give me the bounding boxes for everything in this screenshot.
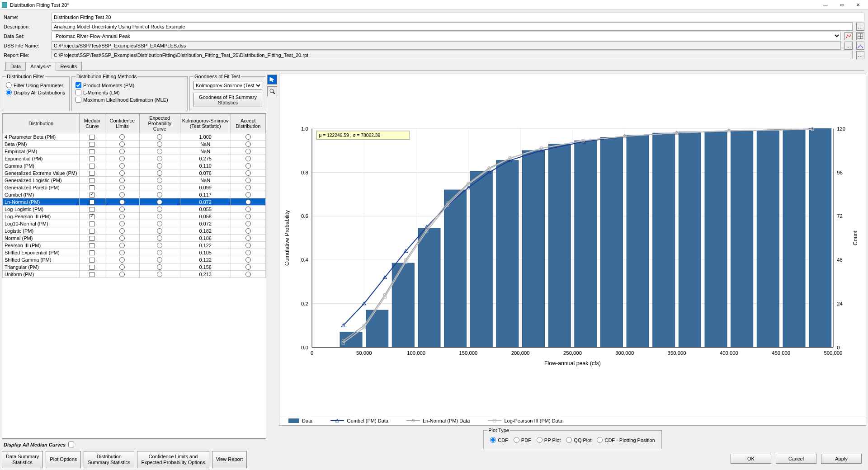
description-label: Description: (4, 24, 49, 29)
table-row[interactable]: Normal (PM)0.186 (3, 235, 266, 242)
pointer-tool-icon[interactable] (267, 75, 277, 85)
dist-table-header[interactable]: Confidence Limits (105, 114, 139, 133)
display-all-distributions-radio[interactable]: Display All Distributions (6, 89, 66, 95)
table-row[interactable]: Pearson III (PM)0.122 (3, 242, 266, 249)
table-row[interactable]: Log10-Normal (PM)0.072 (3, 220, 266, 227)
plot-options-button[interactable]: Plot Options (46, 451, 81, 468)
table-row[interactable]: Beta (PM)NaN (3, 141, 266, 148)
app-icon (2, 2, 8, 8)
ok-button[interactable]: OK (731, 454, 771, 464)
tab-results[interactable]: Results (56, 62, 82, 70)
table-row[interactable]: Generalized Extreme Value (PM)0.076 (3, 169, 266, 177)
product-moments-checkbox[interactable]: Product Moments (PM) (75, 82, 184, 88)
dssfile-curve-icon[interactable] (856, 42, 864, 50)
name-label: Name: (4, 14, 49, 20)
fitting-methods-legend: Distribution Fitting Methods (75, 74, 137, 79)
table-row[interactable]: Log-Pearson III (PM)0.058 (3, 213, 266, 220)
svg-rect-51 (470, 171, 492, 347)
data-summary-button[interactable]: Data SummaryStatistics (2, 451, 43, 468)
gof-summary-button[interactable]: Goodness of Fit Summary Statistics (193, 93, 262, 107)
dist-table-header[interactable]: Distribution (3, 114, 80, 133)
view-report-button[interactable]: View Report (212, 451, 247, 468)
svg-rect-56 (600, 137, 623, 347)
table-row[interactable]: Generalized Pareto (PM)0.099 (3, 184, 266, 191)
tab-data[interactable]: Data (5, 62, 26, 70)
svg-text:250,000: 250,000 (563, 350, 582, 356)
svg-text:500,000: 500,000 (824, 350, 842, 356)
confidence-limits-button[interactable]: Confidence Limits andExpected Probabilit… (137, 451, 209, 468)
table-row[interactable]: Gumbel (PM)0.117 (3, 191, 266, 198)
svg-rect-53 (523, 150, 545, 347)
dataset-select[interactable]: Potomac River-Flow-Annual Peak (52, 32, 841, 40)
dist-table-header[interactable]: Accept Distribution (231, 114, 265, 133)
table-row[interactable]: Triangular (PM)0.156 (3, 263, 266, 271)
svg-rect-54 (548, 144, 571, 348)
legend-data: Data (288, 418, 312, 423)
dssfile-browse-icon[interactable]: … (844, 42, 853, 50)
svg-text:0.0: 0.0 (301, 345, 308, 350)
dialog-footer: OK Cancel Apply (279, 451, 866, 468)
plot-type-pp[interactable]: PP Plot (537, 437, 561, 443)
goodness-of-fit-select[interactable]: Kolmogorov-Smirnov (Test Statistic) (193, 81, 262, 90)
description-expand-icon[interactable]: … (856, 23, 864, 31)
cancel-button[interactable]: Cancel (776, 454, 816, 464)
table-row[interactable]: 4 Parameter Beta (PM)1.000 (3, 133, 266, 141)
reportfile-label: Report File: (4, 52, 49, 58)
svg-rect-59 (679, 132, 701, 348)
dist-table-header[interactable]: Expected Probability Curve (139, 114, 180, 133)
plot-type-cdf[interactable]: CDF (490, 437, 508, 443)
plot-type-qq[interactable]: QQ Plot (566, 437, 591, 443)
legend-lp3: Log-Pearson III (PM) Data (488, 418, 562, 423)
chart-panel: 0.00.20.40.60.81.0024487296120050,000100… (279, 74, 866, 468)
dataset-table-icon[interactable] (856, 32, 864, 40)
minimize-button[interactable]: — (817, 0, 834, 9)
svg-line-5 (273, 92, 275, 94)
table-row[interactable]: Log-Logistic (PM)0.055 (3, 206, 266, 213)
svg-rect-48 (392, 263, 414, 347)
name-field[interactable] (52, 13, 864, 21)
plot-type-pdf[interactable]: PDF (514, 437, 531, 443)
distribution-summary-button[interactable]: DistributionSummary Statistics (84, 451, 134, 468)
svg-text:300,000: 300,000 (615, 350, 634, 356)
plot-type-cdfpp[interactable]: CDF - Plotting Position (597, 437, 655, 443)
table-row[interactable]: Generalized Logistic (PM)NaN (3, 177, 266, 184)
svg-text:400,000: 400,000 (720, 350, 738, 356)
table-row[interactable]: Logistic (PM)0.182 (3, 227, 266, 235)
close-button[interactable]: ✕ (850, 0, 866, 9)
svg-text:0.4: 0.4 (301, 257, 308, 263)
mle-checkbox[interactable]: Maximum Likelihood Estimation (MLE) (75, 97, 184, 103)
svg-rect-60 (705, 132, 727, 348)
apply-button[interactable]: Apply (821, 454, 862, 464)
table-row[interactable]: Empirical (PM)NaN (3, 148, 266, 155)
dataset-plot-icon[interactable] (844, 32, 853, 40)
svg-text:100,000: 100,000 (407, 350, 425, 356)
table-row[interactable]: Uniform (PM)0.213 (3, 271, 266, 278)
legend-lnnormal: Ln-Normal (PM) Data (406, 418, 470, 423)
table-row[interactable]: Ln-Normal (PM)0.072 (3, 198, 266, 206)
zoom-tool-icon[interactable] (267, 86, 277, 96)
display-all-median-checkbox[interactable] (68, 442, 74, 447)
table-row[interactable]: Gamma (PM)0.110 (3, 162, 266, 169)
filter-using-parameter-radio[interactable]: Filter Using Parameter (6, 82, 66, 88)
table-row[interactable]: Shifted Gamma (PM)0.122 (3, 256, 266, 263)
svg-text:120: 120 (837, 126, 845, 132)
dist-table-header[interactable]: Kolmogorov-Smirnov (Test Statistic) (180, 114, 231, 133)
svg-rect-58 (653, 133, 675, 347)
goodness-of-fit-fieldset: Goodness of Fit Test Kolmogorov-Smirnov … (189, 74, 266, 111)
l-moments-checkbox[interactable]: L-Moments (LM) (75, 89, 184, 95)
chart-canvas[interactable]: 0.00.20.40.60.81.0024487296120050,000100… (279, 74, 866, 416)
svg-text:150,000: 150,000 (459, 350, 477, 356)
chart-legend: Data Gumbel (PM) Data Ln-Normal (PM) Dat… (279, 416, 866, 425)
distribution-table[interactable]: DistributionMedian CurveConfidence Limit… (2, 113, 266, 439)
svg-text:0.2: 0.2 (301, 301, 308, 306)
tab-analysis[interactable]: Analysis* (25, 62, 56, 71)
description-field[interactable] (52, 22, 853, 31)
svg-point-4 (270, 89, 274, 93)
maximize-button[interactable]: ▭ (834, 0, 850, 9)
legend-gumbel: Gumbel (PM) Data (330, 418, 388, 423)
svg-rect-47 (366, 310, 388, 347)
table-row[interactable]: Exponential (PM)0.275 (3, 155, 266, 162)
dist-table-header[interactable]: Median Curve (80, 114, 105, 133)
reportfile-browse-icon[interactable]: … (856, 51, 864, 59)
table-row[interactable]: Shifted Exponential (PM)0.105 (3, 249, 266, 256)
